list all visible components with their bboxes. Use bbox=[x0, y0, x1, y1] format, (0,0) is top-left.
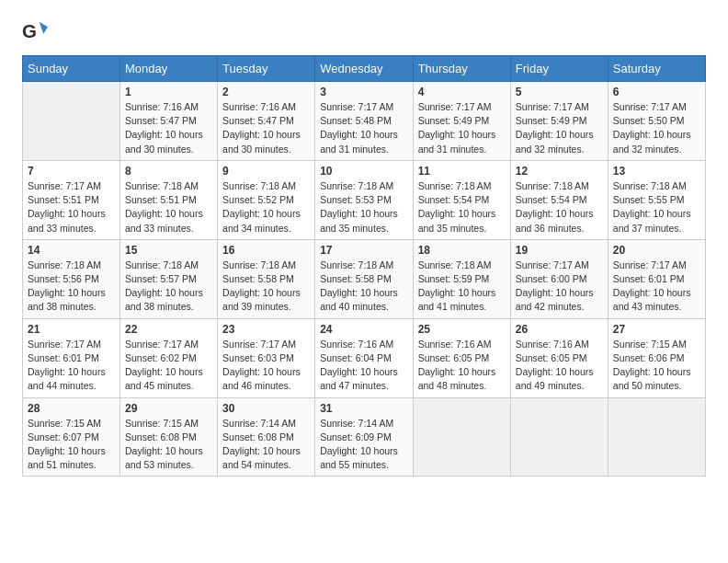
day-info: Sunrise: 7:18 AMSunset: 5:54 PMDaylight:… bbox=[418, 179, 506, 236]
day-number: 24 bbox=[320, 323, 407, 336]
day-info: Sunrise: 7:17 AMSunset: 5:49 PMDaylight:… bbox=[516, 100, 603, 156]
day-info: Sunrise: 7:17 AMSunset: 6:01 PMDaylight:… bbox=[613, 259, 700, 315]
weekday-header-thursday: Thursday bbox=[413, 56, 510, 82]
calendar-cell: 16Sunrise: 7:18 AMSunset: 5:58 PMDayligh… bbox=[218, 239, 315, 318]
calendar-week-4: 21Sunrise: 7:17 AMSunset: 6:01 PMDayligh… bbox=[23, 318, 706, 397]
day-number: 10 bbox=[320, 165, 407, 178]
day-number: 31 bbox=[320, 402, 407, 415]
day-number: 28 bbox=[28, 402, 115, 415]
calendar-cell: 30Sunrise: 7:14 AMSunset: 6:08 PMDayligh… bbox=[218, 397, 315, 477]
weekday-header-row: SundayMondayTuesdayWednesdayThursdayFrid… bbox=[23, 56, 706, 82]
calendar-cell: 2Sunrise: 7:16 AMSunset: 5:47 PMDaylight… bbox=[218, 82, 315, 161]
day-number: 5 bbox=[516, 86, 603, 98]
day-info: Sunrise: 7:18 AMSunset: 5:58 PMDaylight:… bbox=[320, 259, 407, 315]
day-number: 17 bbox=[320, 244, 407, 257]
svg-marker-1 bbox=[40, 22, 48, 34]
day-number: 27 bbox=[613, 323, 700, 336]
calendar-cell: 1Sunrise: 7:16 AMSunset: 5:47 PMDaylight… bbox=[120, 82, 218, 161]
calendar-cell bbox=[413, 397, 510, 477]
day-info: Sunrise: 7:18 AMSunset: 5:54 PMDaylight:… bbox=[516, 179, 603, 236]
day-number: 11 bbox=[418, 165, 506, 178]
day-number: 15 bbox=[125, 244, 212, 257]
svg-text:G: G bbox=[22, 20, 37, 41]
calendar-cell: 18Sunrise: 7:18 AMSunset: 5:59 PMDayligh… bbox=[413, 239, 510, 318]
day-info: Sunrise: 7:18 AMSunset: 5:53 PMDaylight:… bbox=[320, 179, 407, 236]
day-number: 9 bbox=[222, 165, 310, 178]
calendar-cell: 4Sunrise: 7:17 AMSunset: 5:49 PMDaylight… bbox=[413, 82, 510, 161]
day-info: Sunrise: 7:18 AMSunset: 5:56 PMDaylight:… bbox=[28, 259, 115, 315]
calendar-cell: 14Sunrise: 7:18 AMSunset: 5:56 PMDayligh… bbox=[23, 239, 120, 318]
calendar-cell: 19Sunrise: 7:17 AMSunset: 6:00 PMDayligh… bbox=[510, 239, 608, 318]
calendar-body: 1Sunrise: 7:16 AMSunset: 5:47 PMDaylight… bbox=[23, 82, 706, 477]
weekday-header-wednesday: Wednesday bbox=[315, 56, 413, 82]
calendar-cell: 29Sunrise: 7:15 AMSunset: 6:08 PMDayligh… bbox=[120, 397, 218, 477]
day-info: Sunrise: 7:18 AMSunset: 5:55 PMDaylight:… bbox=[613, 179, 700, 236]
calendar-cell: 7Sunrise: 7:17 AMSunset: 5:51 PMDaylight… bbox=[23, 160, 120, 239]
day-number: 2 bbox=[222, 86, 310, 98]
day-info: Sunrise: 7:17 AMSunset: 5:49 PMDaylight:… bbox=[418, 100, 506, 156]
day-number: 1 bbox=[125, 86, 212, 98]
day-number: 21 bbox=[28, 323, 115, 336]
day-number: 16 bbox=[222, 244, 310, 257]
day-number: 13 bbox=[613, 165, 700, 178]
day-info: Sunrise: 7:17 AMSunset: 6:01 PMDaylight:… bbox=[28, 338, 115, 394]
calendar-cell: 11Sunrise: 7:18 AMSunset: 5:54 PMDayligh… bbox=[413, 160, 510, 239]
day-number: 23 bbox=[222, 323, 310, 336]
calendar-cell: 20Sunrise: 7:17 AMSunset: 6:01 PMDayligh… bbox=[608, 239, 705, 318]
day-number: 12 bbox=[516, 165, 603, 178]
calendar-cell: 25Sunrise: 7:16 AMSunset: 6:05 PMDayligh… bbox=[413, 318, 510, 397]
page-header: G bbox=[22, 18, 706, 44]
weekday-header-tuesday: Tuesday bbox=[218, 56, 315, 82]
weekday-header-friday: Friday bbox=[510, 56, 608, 82]
day-info: Sunrise: 7:15 AMSunset: 6:06 PMDaylight:… bbox=[613, 338, 700, 394]
weekday-header-saturday: Saturday bbox=[608, 56, 705, 82]
calendar-cell: 22Sunrise: 7:17 AMSunset: 6:02 PMDayligh… bbox=[120, 318, 218, 397]
calendar-cell: 8Sunrise: 7:18 AMSunset: 5:51 PMDaylight… bbox=[120, 160, 218, 239]
calendar-cell: 13Sunrise: 7:18 AMSunset: 5:55 PMDayligh… bbox=[608, 160, 705, 239]
day-info: Sunrise: 7:17 AMSunset: 5:48 PMDaylight:… bbox=[320, 100, 407, 156]
day-number: 22 bbox=[125, 323, 212, 336]
calendar-cell: 5Sunrise: 7:17 AMSunset: 5:49 PMDaylight… bbox=[510, 82, 608, 161]
day-number: 20 bbox=[613, 244, 700, 257]
day-info: Sunrise: 7:16 AMSunset: 6:04 PMDaylight:… bbox=[320, 338, 407, 394]
calendar-cell: 31Sunrise: 7:14 AMSunset: 6:09 PMDayligh… bbox=[315, 397, 413, 477]
day-info: Sunrise: 7:15 AMSunset: 6:07 PMDaylight:… bbox=[28, 417, 115, 473]
day-info: Sunrise: 7:18 AMSunset: 5:59 PMDaylight:… bbox=[418, 259, 506, 315]
calendar-week-5: 28Sunrise: 7:15 AMSunset: 6:07 PMDayligh… bbox=[23, 397, 706, 477]
day-info: Sunrise: 7:15 AMSunset: 6:08 PMDaylight:… bbox=[125, 417, 212, 473]
calendar-cell: 26Sunrise: 7:16 AMSunset: 6:05 PMDayligh… bbox=[510, 318, 608, 397]
day-info: Sunrise: 7:14 AMSunset: 6:09 PMDaylight:… bbox=[320, 417, 407, 473]
day-number: 26 bbox=[516, 323, 603, 336]
calendar-cell: 27Sunrise: 7:15 AMSunset: 6:06 PMDayligh… bbox=[608, 318, 705, 397]
calendar-cell: 28Sunrise: 7:15 AMSunset: 6:07 PMDayligh… bbox=[23, 397, 120, 477]
day-info: Sunrise: 7:14 AMSunset: 6:08 PMDaylight:… bbox=[222, 417, 310, 473]
calendar-cell bbox=[510, 397, 608, 477]
logo: G bbox=[22, 18, 51, 44]
logo-icon: G bbox=[22, 18, 48, 44]
calendar-cell: 9Sunrise: 7:18 AMSunset: 5:52 PMDaylight… bbox=[218, 160, 315, 239]
weekday-header-sunday: Sunday bbox=[23, 56, 120, 82]
day-number: 14 bbox=[28, 244, 115, 257]
day-info: Sunrise: 7:16 AMSunset: 5:47 PMDaylight:… bbox=[222, 100, 310, 156]
day-info: Sunrise: 7:18 AMSunset: 5:57 PMDaylight:… bbox=[125, 259, 212, 315]
calendar-cell bbox=[608, 397, 705, 477]
day-info: Sunrise: 7:16 AMSunset: 5:47 PMDaylight:… bbox=[125, 100, 212, 156]
calendar-week-1: 1Sunrise: 7:16 AMSunset: 5:47 PMDaylight… bbox=[23, 82, 706, 161]
day-number: 7 bbox=[28, 165, 115, 178]
day-info: Sunrise: 7:17 AMSunset: 6:02 PMDaylight:… bbox=[125, 338, 212, 394]
day-number: 4 bbox=[418, 86, 506, 98]
day-info: Sunrise: 7:17 AMSunset: 5:51 PMDaylight:… bbox=[28, 179, 115, 236]
day-number: 25 bbox=[418, 323, 506, 336]
day-number: 30 bbox=[222, 402, 310, 415]
calendar-week-3: 14Sunrise: 7:18 AMSunset: 5:56 PMDayligh… bbox=[23, 239, 706, 318]
day-number: 8 bbox=[125, 165, 212, 178]
calendar-table: SundayMondayTuesdayWednesdayThursdayFrid… bbox=[22, 55, 706, 477]
day-number: 18 bbox=[418, 244, 506, 257]
calendar-cell bbox=[23, 82, 120, 161]
day-number: 6 bbox=[613, 86, 700, 98]
calendar-cell: 24Sunrise: 7:16 AMSunset: 6:04 PMDayligh… bbox=[315, 318, 413, 397]
day-number: 19 bbox=[516, 244, 603, 257]
day-number: 29 bbox=[125, 402, 212, 415]
weekday-header-monday: Monday bbox=[120, 56, 218, 82]
calendar-cell: 6Sunrise: 7:17 AMSunset: 5:50 PMDaylight… bbox=[608, 82, 705, 161]
